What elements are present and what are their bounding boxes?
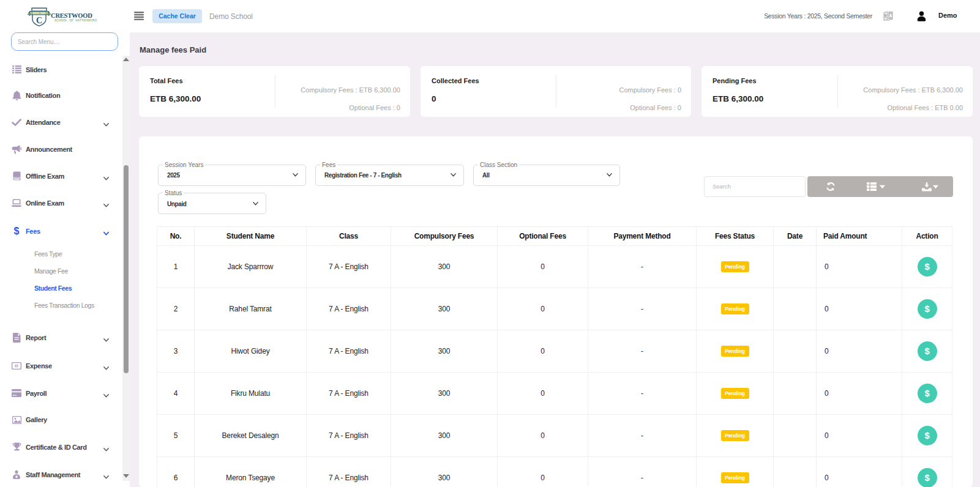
svg-text:A: A xyxy=(889,13,892,18)
svg-text:C: C xyxy=(36,16,42,25)
svg-text:ESTD. 1920: ESTD. 1920 xyxy=(33,12,45,15)
svg-text:文: 文 xyxy=(884,13,888,18)
